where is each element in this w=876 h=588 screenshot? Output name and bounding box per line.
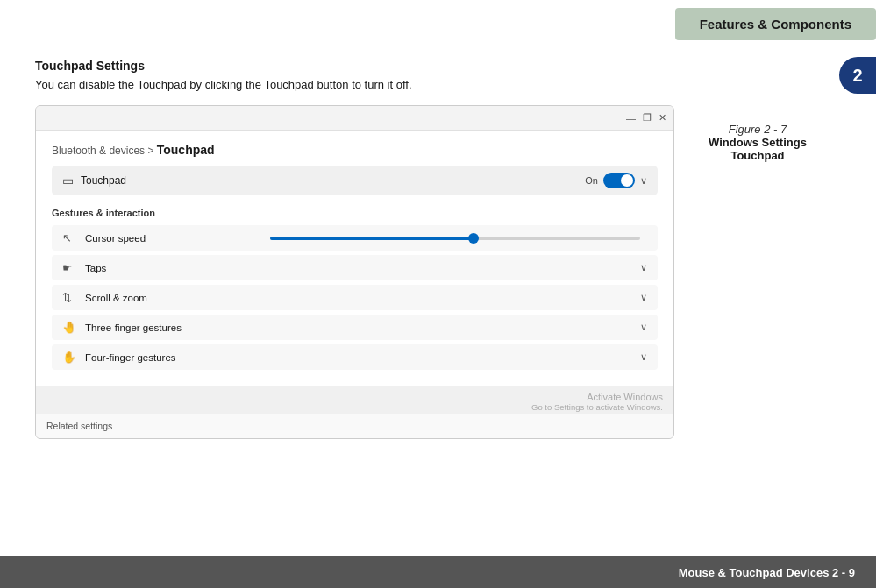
three-finger-label: Three-finger gestures	[85, 322, 640, 333]
three-finger-chevron[interactable]: ∨	[640, 322, 647, 333]
activate-sub: Go to Settings to activate Windows.	[46, 402, 663, 412]
figure-bold-label2: Touchpad	[692, 149, 823, 162]
activate-windows-watermark: Activate Windows Go to Settings to activ…	[36, 386, 673, 414]
win-breadcrumb: Bluetooth & devices > Touchpad	[52, 143, 658, 157]
four-finger-label: Four-finger gestures	[85, 352, 640, 363]
section-title: Touchpad Settings	[35, 59, 823, 73]
slider-track	[270, 237, 640, 240]
scroll-zoom-label: Scroll & zoom	[85, 293, 640, 303]
header-label: Features & Components	[675, 8, 876, 40]
main-content: Touchpad Settings You can disable the To…	[35, 48, 823, 544]
footer-text: Mouse & Touchpad Devices 2 - 9	[679, 566, 855, 579]
cursor-speed-slider[interactable]	[270, 237, 640, 240]
figure-bold-label1: Windows Settings	[692, 136, 823, 149]
minimize-button[interactable]: —	[626, 113, 636, 124]
touchpad-status: On	[585, 175, 598, 186]
gestures-section-title: Gestures & interaction	[52, 208, 658, 218]
touchpad-toggle[interactable]	[603, 173, 635, 188]
taps-row[interactable]: ☛ Taps ∨	[52, 255, 658, 280]
four-finger-chevron[interactable]: ∨	[640, 351, 647, 363]
breadcrumb-current: Touchpad	[157, 143, 215, 157]
cursor-speed-label: Cursor speed	[85, 233, 270, 244]
scroll-zoom-row[interactable]: ⇅ Scroll & zoom ∨	[52, 285, 658, 310]
figure-italic-label: Figure 2 - 7	[692, 123, 823, 136]
maximize-button[interactable]: ❐	[643, 112, 652, 124]
four-finger-icon: ✋	[62, 351, 78, 364]
bottom-footer: Mouse & Touchpad Devices 2 - 9	[0, 556, 876, 588]
scroll-icon: ⇅	[62, 291, 78, 304]
activate-title: Activate Windows	[46, 392, 663, 402]
taps-icon: ☛	[62, 261, 78, 274]
cursor-speed-row: ↖ Cursor speed	[52, 225, 658, 251]
four-finger-row[interactable]: ✋ Four-finger gestures ∨	[52, 344, 658, 370]
touchpad-chevron[interactable]: ∨	[640, 175, 647, 187]
taps-label: Taps	[85, 263, 640, 273]
section-description: You can disable the Touchpad by clicking…	[35, 78, 823, 91]
touchpad-label: Touchpad	[81, 174, 585, 187]
figure-caption: Figure 2 - 7 Windows Settings Touchpad	[692, 105, 823, 162]
touchpad-icon: ▭	[62, 174, 74, 188]
taps-chevron[interactable]: ∨	[640, 262, 647, 273]
chapter-badge: 2	[839, 57, 876, 94]
scroll-zoom-chevron[interactable]: ∨	[640, 292, 647, 303]
three-finger-row[interactable]: 🤚 Three-finger gestures ∨	[52, 315, 658, 340]
win-settings-wrapper: — ❐ ✕ Bluetooth & devices > Touchpad ▭ T…	[35, 105, 823, 439]
win-content: Bluetooth & devices > Touchpad ▭ Touchpa…	[36, 131, 673, 386]
three-finger-icon: 🤚	[62, 321, 78, 334]
top-header: Features & Components	[0, 0, 876, 48]
win-settings-box: — ❐ ✕ Bluetooth & devices > Touchpad ▭ T…	[35, 105, 674, 439]
cursor-icon: ↖	[62, 231, 78, 244]
slider-thumb[interactable]	[468, 233, 479, 244]
slider-fill	[270, 237, 474, 240]
touchpad-toggle-row: ▭ Touchpad On ∨	[52, 166, 658, 195]
breadcrumb-prefix: Bluetooth & devices >	[52, 145, 157, 157]
close-button[interactable]: ✕	[659, 112, 666, 124]
related-settings: Related settings	[36, 414, 673, 438]
win-titlebar: — ❐ ✕	[36, 106, 673, 131]
